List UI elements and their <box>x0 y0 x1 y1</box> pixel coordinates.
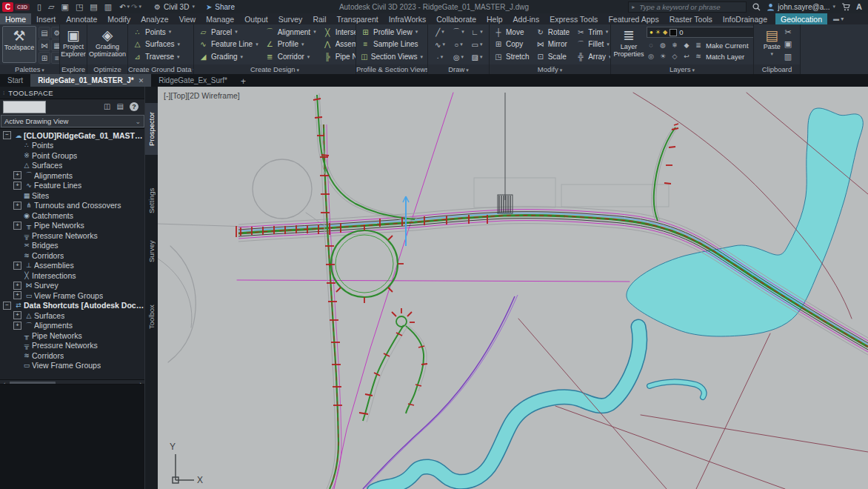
workspace-switcher[interactable]: ⚙ Civil 3D ▾ <box>150 2 198 12</box>
open-file-icon[interactable]: ▱ <box>48 2 54 11</box>
search-icon[interactable] <box>752 3 761 11</box>
cd-assembly-button[interactable]: ⋀Assembly▾ <box>321 39 355 50</box>
tree-item-survey[interactable]: +⋈Survey <box>0 281 145 291</box>
match-layer-button[interactable]: Match Layer <box>706 53 744 61</box>
profile-section-views-panel-label[interactable]: Profile & Section Views <box>356 64 427 74</box>
dropdown-icon[interactable]: ▾ <box>461 29 464 35</box>
draw-panel-label[interactable]: Draw <box>428 64 489 74</box>
dropdown-icon[interactable]: ▾ <box>235 29 238 35</box>
cd-parcel-button[interactable]: ▱Parcel▾ <box>196 27 261 38</box>
dropdown-icon[interactable]: ▾ <box>420 54 423 60</box>
dropdown-icon[interactable]: ▾ <box>442 41 445 47</box>
dropdown-icon[interactable]: ▾ <box>301 41 304 47</box>
cgd-surfaces-button[interactable]: △Surfaces▾ <box>130 39 191 50</box>
expand-icon[interactable]: + <box>13 222 21 230</box>
ribbon-tab-modify[interactable]: Modify <box>102 13 136 24</box>
tab-overflow-icon[interactable]: ▬ ▾ <box>833 13 844 24</box>
grading-optimization-button[interactable]: ◈ Grading Optimization <box>87 26 127 63</box>
draw-arc-button[interactable]: ⌒▾ <box>450 26 467 38</box>
search-input[interactable] <box>638 2 743 12</box>
plot-icon[interactable]: ▤ <box>90 2 97 11</box>
dropdown-icon[interactable]: ▾ <box>441 54 444 60</box>
help-icon[interactable]: ? <box>130 102 138 111</box>
create-design-panel-label[interactable]: Create Design <box>194 64 355 74</box>
dropdown-icon[interactable]: ▾ <box>307 54 310 60</box>
tree-item-feature-lines[interactable]: +∿Feature Lines <box>0 181 145 191</box>
tree-item-points[interactable]: ∴Points <box>0 141 145 151</box>
ribbon-tab-analyze[interactable]: Analyze <box>136 13 173 24</box>
tree-item-corridors[interactable]: ≋Corridors <box>0 350 145 361</box>
explore-panel-label[interactable]: Explore <box>60 64 87 74</box>
draw-polyline-button[interactable]: ∟▾ <box>468 26 486 38</box>
properties-palette-icon[interactable]: ▤ <box>39 27 50 39</box>
tree-item-data-shortcuts-autodesk-docs[interactable]: −⇄Data Shortcuts [Autodesk Docs:\Infrast… <box>0 301 145 311</box>
layer-thaw-icon[interactable]: ☀ <box>658 53 667 60</box>
expand-icon[interactable]: + <box>13 182 21 190</box>
expand-icon[interactable]: + <box>13 322 21 330</box>
ribbon-tab-home[interactable]: Home <box>0 13 31 24</box>
quick-calc-icon[interactable]: ⊞ <box>39 52 50 64</box>
tree-item-pipe-networks[interactable]: ╥Pipe Networks <box>0 330 145 341</box>
create-ground-data-panel-label[interactable]: Create Ground Data <box>128 64 193 74</box>
paste-button[interactable]: ▤ Paste ▾ <box>762 26 782 63</box>
toolspace-tab-prospector[interactable]: Prospector <box>145 103 158 155</box>
tree-item-pipe-networks[interactable]: +╥Pipe Networks <box>0 221 145 231</box>
app-logo[interactable]: C <box>2 2 13 12</box>
account-menu[interactable]: john.sayre@a... ▾ <box>767 3 835 11</box>
dropdown-icon[interactable]: ▾ <box>480 29 483 35</box>
cd-grading-button[interactable]: ◢Grading▾ <box>196 51 261 62</box>
dropdown-icon[interactable]: ▾ <box>169 29 172 35</box>
move-button[interactable]: ┼Move <box>492 27 532 38</box>
psv-profile-view-button[interactable]: ⊞Profile View▾ <box>358 27 425 38</box>
new-drawing-tab-button[interactable]: + <box>235 76 252 87</box>
ribbon-tab-output[interactable]: Output <box>239 13 273 24</box>
cd-feature-line-button[interactable]: ∿Feature Line▾ <box>196 39 261 50</box>
toolspace-titlebar[interactable]: ⁞ TOOLSPACE <box>0 87 158 99</box>
cart-icon[interactable] <box>841 3 850 11</box>
ribbon-tab-view[interactable]: View <box>174 13 201 24</box>
print-icon[interactable]: ▥ <box>104 2 112 11</box>
psv-section-views-button[interactable]: ◫Section Views▾ <box>358 51 425 62</box>
ribbon-tab-express-tools[interactable]: Express Tools <box>544 13 603 24</box>
draw-line-button[interactable]: ╱▾ <box>431 26 449 38</box>
cut-icon[interactable]: ✂ <box>784 27 792 37</box>
cd-intersections-button[interactable]: ╳Intersections▾ <box>321 27 355 38</box>
tree-item-bridges[interactable]: ≍Bridges <box>0 241 145 251</box>
ribbon-tab-infraworks[interactable]: InfraWorks <box>384 13 432 24</box>
layer-properties-button[interactable]: ≣ Layer Properties <box>613 26 644 63</box>
tree-item-alignments[interactable]: +⌒Alignments <box>0 321 145 331</box>
dropdown-icon[interactable]: ▾ <box>460 41 463 47</box>
tree-item-turnouts-and-crossovers[interactable]: +⋔Turnouts and Crossovers <box>0 201 145 211</box>
drawing-tab-ridgegate-01-master-j[interactable]: RidgeGate_01_MASTER_J*✕ <box>30 74 151 87</box>
dropdown-icon[interactable]: ▾ <box>606 29 609 35</box>
copy-button[interactable]: ⊞Copy <box>492 39 532 50</box>
new-file-icon[interactable]: ▯ <box>37 2 41 11</box>
redo-dropdown-icon[interactable]: ▾ <box>138 4 141 10</box>
toolspace-tab-settings[interactable]: Settings <box>145 180 158 222</box>
ribbon-tab-add-ins[interactable]: Add-ins <box>508 13 545 24</box>
ribbon-tab-featured-apps[interactable]: Featured Apps <box>603 13 664 24</box>
ribbon-tab-geolocation[interactable]: Geolocation <box>775 13 827 24</box>
dropdown-icon[interactable]: ▾ <box>256 41 258 47</box>
layer-lock-icon[interactable]: ◆ <box>682 41 691 49</box>
ribbon-tab-manage[interactable]: Manage <box>201 13 239 24</box>
dropdown-icon[interactable]: ▾ <box>441 29 444 35</box>
display-options-icon[interactable]: ◫ <box>104 102 110 111</box>
tree-item-corridors[interactable]: ≋Corridors <box>0 250 145 261</box>
dropdown-icon[interactable]: ▾ <box>241 54 244 60</box>
layer-dropdown[interactable]: ● ☀ ◆ 0 ▾ <box>647 27 753 38</box>
tree-item-assemblies[interactable]: +⊥Assemblies <box>0 261 145 271</box>
ribbon-tab-transparent[interactable]: Transparent <box>331 13 383 24</box>
command-line-icon[interactable]: ≡ <box>51 52 59 64</box>
help-search-box[interactable]: ▸ <box>628 1 747 13</box>
item-view-icon[interactable]: ▤ <box>117 102 124 111</box>
dropdown-icon[interactable]: ▾ <box>177 41 180 47</box>
tree-item-view-frame-groups[interactable]: ▭View Frame Groups <box>0 361 145 371</box>
tree-item-pressure-networks[interactable]: ╦Pressure Networks <box>0 341 145 351</box>
tree-item-surfaces[interactable]: +△Surfaces <box>0 310 145 321</box>
ribbon-tab-collaborate[interactable]: Collaborate <box>431 13 481 24</box>
clipboard-panel-label[interactable]: Clipboard <box>754 64 800 74</box>
modify-panel-label[interactable]: Modify <box>490 64 610 74</box>
expand-icon[interactable]: + <box>13 202 21 210</box>
ribbon-tab-help[interactable]: Help <box>481 13 508 24</box>
